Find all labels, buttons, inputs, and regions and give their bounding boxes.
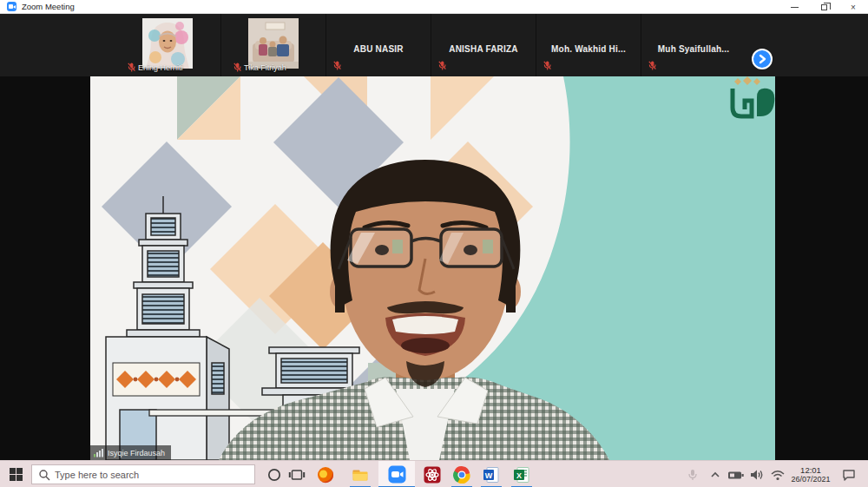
excel-taskbar-button[interactable]: X — [504, 461, 539, 487]
minimize-button[interactable] — [779, 0, 809, 14]
participant-tile-wakhid[interactable]: Moh. Wakhid Hi... — [536, 14, 641, 76]
excel-icon: X — [513, 466, 530, 484]
start-button[interactable] — [0, 461, 31, 487]
zoom-taskbar-button[interactable] — [378, 461, 415, 487]
notification-icon — [841, 468, 857, 482]
participant-label: Tika Fitriyah — [233, 63, 286, 72]
participant-tile-tika[interactable]: Tika Fitriyah — [220, 14, 326, 76]
firefox-taskbar-button[interactable] — [308, 461, 343, 487]
firefox-icon — [317, 466, 334, 484]
minimize-icon — [791, 7, 799, 8]
muted-mic-icon — [648, 61, 656, 70]
participant-strip: Ening Herniti — [0, 14, 868, 76]
clock-time: 12:01 — [800, 465, 821, 475]
tray-expand-button[interactable] — [705, 461, 726, 487]
muted-mic-icon — [543, 61, 551, 70]
participant-tile-abu-nasir[interactable]: ABU NASIR — [326, 14, 431, 76]
volume-tray-button[interactable] — [746, 461, 767, 487]
participant-video-thumbnail — [248, 18, 299, 69]
file-explorer-taskbar-button[interactable] — [343, 461, 378, 487]
zoom-app-icon — [7, 2, 16, 11]
word-icon: W — [483, 466, 500, 484]
close-button[interactable]: × — [838, 0, 868, 14]
participant-tile-syaifullah[interactable]: Muh Syaifullah... — [641, 14, 746, 76]
active-speaker-video: Isyqie Firdausah — [90, 76, 775, 460]
muted-mic-icon — [333, 61, 341, 70]
connection-signal-icon — [94, 448, 104, 457]
chevron-up-icon — [708, 468, 722, 482]
participant-label: Ening Herniti — [128, 63, 183, 72]
muted-mic-icon — [128, 63, 135, 72]
main-stage: Isyqie Firdausah — [0, 76, 868, 460]
participant-tile-ening[interactable]: Ening Herniti — [115, 14, 220, 76]
zoom-meeting-window: Zoom Meeting × — [0, 0, 868, 487]
battery-icon — [727, 468, 745, 482]
taskbar-clock[interactable]: 12:01 26/07/2021 — [786, 461, 836, 487]
search-icon — [32, 469, 55, 481]
file-explorer-icon — [352, 466, 369, 484]
restore-icon — [821, 4, 827, 10]
next-participants-button[interactable] — [752, 49, 773, 69]
muted-mic-icon — [233, 63, 241, 72]
restore-button[interactable] — [809, 0, 838, 14]
acrobat-icon — [424, 466, 441, 484]
task-view-icon — [288, 467, 306, 483]
speaker-icon — [749, 468, 765, 482]
search-input[interactable] — [55, 470, 228, 480]
participant-tile-anisha[interactable]: ANISHA FARIZA — [431, 14, 536, 76]
word-taskbar-button[interactable]: W — [474, 461, 509, 487]
speaker-name-tag: Isyqie Firdausah — [90, 445, 171, 460]
tray-mic-icon — [687, 469, 699, 481]
battery-tray-button[interactable] — [726, 461, 746, 487]
speaker-name: Isyqie Firdausah — [108, 449, 165, 457]
clock-date: 26/07/2021 — [791, 475, 830, 484]
action-center-button[interactable] — [838, 461, 859, 487]
windows-logo-icon — [10, 468, 23, 481]
chevron-right-icon — [757, 54, 767, 64]
muted-mic-icon — [438, 61, 446, 70]
tray-faint-icon[interactable] — [682, 461, 703, 487]
window-title: Zoom Meeting — [22, 2, 75, 11]
svg-text:X: X — [516, 471, 522, 479]
chrome-icon — [453, 466, 470, 484]
svg-text:W: W — [485, 471, 493, 479]
taskbar-search[interactable] — [31, 464, 255, 484]
speaker-video-scene — [90, 76, 775, 460]
window-titlebar: Zoom Meeting × — [0, 0, 868, 14]
hijab-woman-video — [142, 18, 193, 69]
zoom-icon — [388, 465, 406, 484]
windows-taskbar: W X — [0, 460, 868, 487]
participant-video-thumbnail — [142, 18, 193, 69]
family-video — [248, 18, 299, 69]
wifi-icon — [770, 468, 786, 482]
